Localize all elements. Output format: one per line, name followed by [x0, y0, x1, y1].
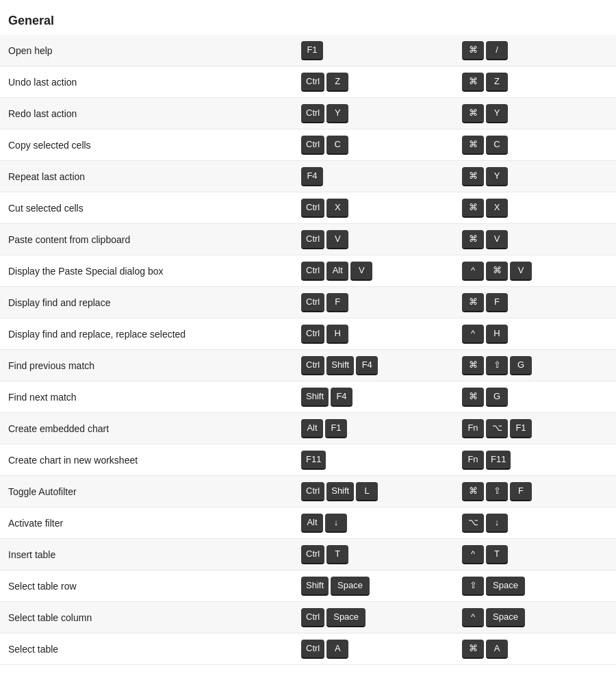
- win-keys-group: CtrlShiftF4: [294, 351, 455, 381]
- key-badge: Fn: [462, 451, 484, 470]
- key-badge: G: [510, 356, 532, 375]
- key-badge: Y: [326, 104, 348, 123]
- key-badge: Ctrl: [301, 608, 324, 627]
- table-row: Select tableCtrlA⌘A: [0, 633, 616, 665]
- action-label: Create chart in new worksheet: [0, 449, 294, 471]
- key-badge: Ctrl: [301, 640, 324, 659]
- key-badge: Alt: [301, 514, 323, 533]
- mac-keys-group: ⌘Y: [455, 99, 616, 129]
- key-badge: ⌘: [462, 482, 484, 501]
- action-label: Paste content from clipboard: [0, 229, 294, 251]
- key-badge: V: [486, 230, 508, 249]
- table-row: Activate filterAlt↓⌥↓: [0, 507, 616, 539]
- win-keys-group: F1: [294, 36, 455, 66]
- key-badge: F1: [325, 419, 347, 438]
- mac-keys-group: ⌘⇧G: [455, 351, 616, 381]
- key-badge: X: [486, 199, 508, 218]
- key-badge: ⌘: [462, 388, 484, 407]
- key-badge: Ctrl: [301, 482, 324, 501]
- win-keys-group: CtrlH: [294, 319, 455, 349]
- win-keys-group: ShiftF4: [294, 382, 455, 412]
- key-badge: ⌥: [462, 514, 484, 533]
- table-row: Display find and replaceCtrlF⌘F: [0, 287, 616, 318]
- key-badge: Ctrl: [301, 73, 324, 92]
- key-badge: F: [326, 293, 348, 312]
- key-badge: ⌘: [462, 356, 484, 375]
- mac-keys-group: ⇧Space: [455, 571, 616, 601]
- table-row: Select table rowShiftSpace⇧Space: [0, 570, 616, 602]
- mac-keys-group: ⌘C: [455, 130, 616, 160]
- mac-keys-group: ^Space: [455, 603, 616, 633]
- key-badge: F1: [510, 419, 532, 438]
- key-badge: Ctrl: [301, 199, 324, 218]
- key-badge: Space: [331, 577, 370, 596]
- win-keys-group: CtrlX: [294, 193, 455, 223]
- action-label: Select table row: [0, 575, 294, 597]
- table-row: Create embedded chartAltF1Fn⌥F1: [0, 413, 616, 444]
- key-badge: Space: [486, 577, 525, 596]
- key-badge: C: [486, 136, 508, 155]
- win-keys-group: CtrlSpace: [294, 603, 455, 633]
- action-label: Select table: [0, 638, 294, 660]
- mac-keys-group: ⌘X: [455, 193, 616, 223]
- key-badge: V: [510, 262, 532, 281]
- key-badge: ⌥: [486, 419, 508, 438]
- table-row: Repeat last actionF4⌘Y: [0, 161, 616, 192]
- win-keys-group: CtrlAltV: [294, 256, 455, 286]
- key-badge: Ctrl: [301, 262, 324, 281]
- table-row: Copy selected cellsCtrlC⌘C: [0, 129, 616, 161]
- key-badge: A: [486, 640, 508, 659]
- key-badge: F1: [301, 41, 323, 60]
- mac-keys-group: ⌘Y: [455, 162, 616, 192]
- key-badge: Ctrl: [301, 356, 324, 375]
- key-badge: T: [486, 545, 508, 564]
- key-badge: Space: [326, 608, 365, 627]
- key-badge: Ctrl: [301, 325, 324, 344]
- key-badge: Ctrl: [301, 230, 324, 249]
- mac-keys-group: ⌘/: [455, 36, 616, 66]
- action-label: Select table column: [0, 607, 294, 629]
- win-keys-group: F4: [294, 162, 455, 192]
- mac-keys-group: ⌘A: [455, 634, 616, 664]
- key-badge: F4: [331, 388, 352, 407]
- key-badge: Alt: [326, 262, 348, 281]
- table-row: Display the Paste Special dialog boxCtrl…: [0, 255, 616, 287]
- win-keys-group: CtrlZ: [294, 67, 455, 97]
- key-badge: Y: [486, 104, 508, 123]
- action-label: Create embedded chart: [0, 418, 294, 440]
- key-badge: ⌘: [462, 104, 484, 123]
- key-badge: F: [486, 293, 508, 312]
- shortcut-table: Open helpF1⌘/Undo last actionCtrlZ⌘ZRedo…: [0, 35, 616, 665]
- table-row: Redo last actionCtrlY⌘Y: [0, 98, 616, 129]
- action-label: Toggle Autofilter: [0, 481, 294, 503]
- action-label: Insert table: [0, 544, 294, 566]
- key-badge: Shift: [326, 482, 354, 501]
- key-badge: Ctrl: [301, 104, 324, 123]
- action-label: Activate filter: [0, 512, 294, 534]
- mac-keys-group: ⌘V: [455, 225, 616, 255]
- key-badge: ^: [462, 262, 484, 281]
- key-badge: C: [326, 136, 348, 155]
- key-badge: F4: [356, 356, 378, 375]
- mac-keys-group: ⌥↓: [455, 508, 616, 538]
- mac-keys-group: ⌘Z: [455, 67, 616, 97]
- win-keys-group: CtrlShiftL: [294, 477, 455, 507]
- win-keys-group: CtrlF: [294, 288, 455, 318]
- table-row: Create chart in new worksheetF11FnF11: [0, 444, 616, 476]
- action-label: Undo last action: [0, 71, 294, 93]
- key-badge: X: [326, 199, 348, 218]
- key-badge: F4: [301, 167, 323, 186]
- table-row: Select table columnCtrlSpace^Space: [0, 602, 616, 633]
- key-badge: T: [326, 545, 348, 564]
- mac-keys-group: FnF11: [455, 445, 616, 475]
- key-badge: V: [350, 262, 372, 281]
- key-badge: F11: [486, 451, 511, 470]
- key-badge: Z: [326, 73, 348, 92]
- table-row: Display find and replace, replace select…: [0, 318, 616, 350]
- key-badge: Ctrl: [301, 545, 324, 564]
- key-badge: ↓: [486, 514, 508, 533]
- mac-keys-group: ⌘F: [455, 288, 616, 318]
- key-badge: ⇧: [486, 356, 508, 375]
- action-label: Redo last action: [0, 103, 294, 125]
- key-badge: F: [510, 482, 532, 501]
